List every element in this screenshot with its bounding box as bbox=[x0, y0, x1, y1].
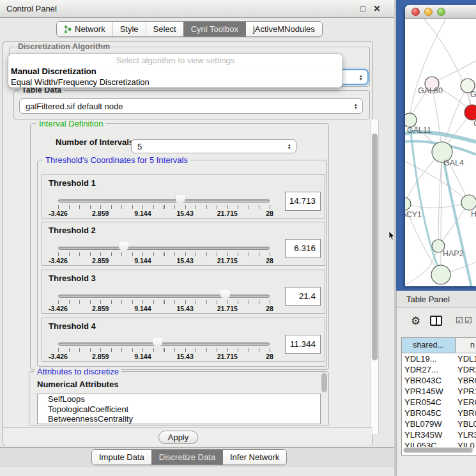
table-row[interactable]: YDL19...YDL1 bbox=[402, 353, 476, 364]
node-label: C bbox=[473, 119, 476, 128]
table-cell: YLR3 bbox=[456, 429, 476, 440]
zoom-traffic-light-icon[interactable] bbox=[437, 8, 445, 16]
table-panel-title: Table Panel bbox=[397, 291, 476, 308]
table-row[interactable]: YPR145WYPR1 bbox=[402, 386, 476, 397]
number-of-intervals-combobox[interactable]: 5 ▲▼ bbox=[131, 139, 296, 153]
tab-discretize-data[interactable]: Discretize Data bbox=[151, 450, 222, 464]
scrollbar-thumb[interactable] bbox=[372, 134, 378, 360]
slider-thumb-icon[interactable] bbox=[119, 242, 128, 253]
table-cell: YPR1 bbox=[456, 386, 476, 397]
threshold-value-field[interactable]: 11.344 bbox=[285, 335, 321, 354]
tick-label: 2.859 bbox=[92, 305, 109, 312]
column-header-shared-name[interactable]: shared... bbox=[402, 338, 456, 353]
tick-label: 9.144 bbox=[134, 305, 151, 312]
gear-icon[interactable]: ⚙ bbox=[411, 314, 420, 328]
tick-label: 15.43 bbox=[176, 305, 193, 312]
tab-style[interactable]: Style bbox=[112, 22, 146, 36]
tab-select[interactable]: Select bbox=[146, 22, 183, 36]
tab-cyni-toolbox[interactable]: Cyni Toolbox bbox=[183, 22, 245, 36]
checkbox-icon[interactable]: ☑ bbox=[456, 316, 463, 325]
table-cell: YBR0 bbox=[456, 375, 476, 386]
slider-tick-labels: -3.4262.8599.14415.4321.71528 bbox=[58, 210, 270, 217]
tab-impute-data[interactable]: Impute Data bbox=[92, 450, 151, 464]
threshold-slider[interactable]: -3.4262.8599.14415.4321.71528 bbox=[58, 194, 270, 217]
list-item[interactable]: BetweennessCentrality bbox=[38, 414, 320, 424]
threshold-value-field[interactable]: 14.713 bbox=[285, 192, 321, 211]
network-edge[interactable] bbox=[442, 152, 472, 286]
tick-label: 9.144 bbox=[134, 210, 151, 217]
network-edge[interactable] bbox=[410, 19, 447, 120]
slider-track[interactable] bbox=[58, 295, 270, 298]
numerical-attributes-list[interactable]: SelfLoopsTopologicalCoefficientBetweenne… bbox=[37, 394, 321, 424]
tab-infer-network[interactable]: Infer Network bbox=[222, 450, 286, 464]
mouse-cursor-icon bbox=[388, 231, 395, 241]
minimize-traffic-light-icon[interactable] bbox=[424, 8, 433, 16]
network-node[interactable] bbox=[405, 197, 411, 210]
network-node[interactable] bbox=[464, 105, 476, 120]
threshold-value-field[interactable]: 21.4 bbox=[285, 287, 321, 306]
threshold-slider[interactable]: -3.4262.8599.14415.4321.71528 bbox=[58, 337, 270, 360]
threshold-slider[interactable]: -3.4262.8599.14415.4321.71528 bbox=[58, 289, 270, 312]
table-cell: YER0 bbox=[456, 397, 476, 408]
threshold-label: Threshold 1 bbox=[49, 178, 96, 188]
table-row[interactable]: YBL079WYBL0 bbox=[402, 418, 476, 429]
network-edge[interactable] bbox=[422, 19, 472, 112]
table-cell: YDL1 bbox=[456, 353, 476, 364]
split-columns-icon[interactable] bbox=[430, 316, 442, 326]
tick-label: 28 bbox=[266, 305, 273, 312]
table-data-combobox[interactable]: galFiltered.sif default node ▲▼ bbox=[19, 98, 363, 114]
interval-definition-group: Interval Definition Number of Intervals … bbox=[30, 123, 329, 370]
network-node[interactable] bbox=[461, 195, 476, 210]
close-traffic-light-icon[interactable] bbox=[411, 8, 420, 16]
network-node[interactable] bbox=[405, 113, 417, 127]
slider-ticks bbox=[58, 348, 270, 352]
list-item[interactable]: SelfLoops bbox=[38, 394, 320, 404]
tab-jactivemnodules[interactable]: jActiveMNodules bbox=[245, 22, 322, 36]
table-row[interactable]: YBR043CYBR0 bbox=[402, 375, 476, 386]
list-scrollbar[interactable] bbox=[321, 373, 327, 392]
dropdown-option[interactable]: Equal Width/Frequency Discretization bbox=[8, 77, 342, 88]
threshold-panel: Threshold 1 -3.4262.8599.14415.4321.7152… bbox=[42, 174, 325, 219]
network-edge[interactable] bbox=[405, 203, 469, 208]
slider-track[interactable] bbox=[58, 199, 270, 203]
network-edge[interactable] bbox=[442, 86, 468, 152]
tick-label: 15.43 bbox=[176, 210, 193, 217]
slider-track[interactable] bbox=[58, 342, 270, 346]
float-window-icon[interactable]: □ bbox=[358, 4, 368, 14]
node-label: GAL11 bbox=[407, 126, 431, 135]
threshold-value-field[interactable]: 6.316 bbox=[285, 239, 321, 258]
table-row[interactable]: YDR27...YDR2 bbox=[402, 364, 476, 375]
tick-label: 28 bbox=[266, 257, 273, 265]
slider-ticks bbox=[58, 205, 270, 209]
table-row[interactable]: YBR045CYBR0 bbox=[402, 408, 476, 418]
slider-thumb-icon[interactable] bbox=[176, 195, 185, 206]
slider-thumb-icon[interactable] bbox=[153, 338, 162, 349]
table-row[interactable]: YER054CYER0 bbox=[402, 397, 476, 408]
attributes-group: Attributes to discretize Numerical Attri… bbox=[29, 371, 329, 426]
table-cell: YBR045C bbox=[402, 408, 456, 418]
table-hscrollbar[interactable] bbox=[403, 447, 473, 453]
network-window-titlebar[interactable] bbox=[405, 5, 476, 19]
network-view-window[interactable]: GAL80GCGAL11GAL4GCY1HHAP2 bbox=[405, 5, 476, 286]
tick-label: 2.859 bbox=[92, 257, 109, 265]
table-row[interactable]: YLR345WYLR3 bbox=[402, 429, 476, 440]
apply-button[interactable]: Apply bbox=[158, 431, 198, 444]
top-tab-bar: Network Style Select Cyni Toolbox jActiv… bbox=[56, 21, 323, 37]
network-canvas[interactable]: GAL80GCGAL11GAL4GCY1HHAP2 bbox=[405, 19, 476, 286]
column-header-name[interactable]: n bbox=[456, 338, 476, 353]
network-node[interactable] bbox=[431, 265, 450, 284]
settings-scrollbar[interactable] bbox=[370, 119, 379, 434]
threshold-panel: Threshold 2 -3.4262.8599.14415.4321.7152… bbox=[42, 222, 325, 266]
slider-thumb-icon[interactable] bbox=[220, 290, 230, 301]
threshold-slider[interactable]: -3.4262.8599.14415.4321.71528 bbox=[58, 242, 270, 265]
node-label: GCY1 bbox=[405, 210, 422, 219]
node-label: HAP2 bbox=[443, 249, 464, 258]
dropdown-option[interactable]: Manual Discretization bbox=[8, 66, 342, 77]
scrollbar-thumb[interactable] bbox=[404, 448, 472, 452]
node-label: H bbox=[471, 210, 476, 219]
list-item[interactable]: TopologicalCoefficient bbox=[38, 404, 320, 415]
slider-track[interactable] bbox=[58, 247, 270, 250]
tab-network[interactable]: Network bbox=[57, 22, 112, 36]
checkbox-icon[interactable]: ☑ bbox=[464, 316, 472, 325]
close-icon[interactable]: ✕ bbox=[372, 4, 382, 14]
